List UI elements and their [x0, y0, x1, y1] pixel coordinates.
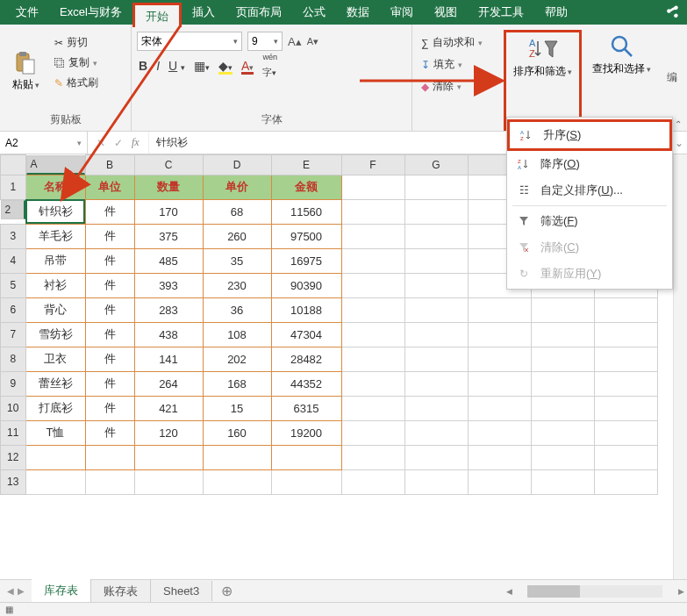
cell[interactable]: [404, 175, 468, 199]
cell[interactable]: [594, 469, 657, 494]
col-header-d[interactable]: D: [203, 155, 271, 175]
font-color-button[interactable]: A▾: [241, 59, 254, 73]
sheet-nav-next[interactable]: ▶: [18, 586, 25, 596]
cell[interactable]: [468, 322, 531, 347]
row-header[interactable]: 13: [1, 469, 26, 494]
cell[interactable]: [341, 420, 404, 445]
increase-font-icon[interactable]: A▴: [288, 35, 302, 48]
fill-color-button[interactable]: ◆▾: [218, 59, 233, 73]
cell[interactable]: [341, 224, 404, 248]
fx-icon[interactable]: fx: [132, 136, 140, 149]
cell[interactable]: [203, 469, 271, 494]
cell[interactable]: 35: [203, 248, 271, 273]
cell[interactable]: [468, 371, 531, 396]
cell[interactable]: [531, 420, 594, 445]
sheet-tab-2[interactable]: Sheet3: [151, 581, 212, 601]
format-painter-button[interactable]: ✎格式刷: [51, 74, 102, 92]
cell[interactable]: [594, 347, 657, 371]
tab-file[interactable]: 文件: [5, 0, 49, 25]
decrease-font-icon[interactable]: A▾: [307, 36, 318, 47]
cell[interactable]: 264: [134, 371, 203, 396]
cell[interactable]: 件: [85, 297, 134, 322]
cut-button[interactable]: ✂剪切: [51, 33, 102, 52]
cell[interactable]: [85, 445, 134, 469]
cell[interactable]: [531, 322, 594, 347]
cell[interactable]: [404, 224, 468, 248]
cell[interactable]: 单价: [203, 175, 271, 199]
sheet-tab-1[interactable]: 账存表: [91, 580, 151, 603]
cell[interactable]: [404, 420, 468, 445]
row-header[interactable]: 12: [1, 445, 26, 469]
phonetic-button[interactable]: wén字▾: [262, 53, 277, 79]
font-name-select[interactable]: 宋体▾: [137, 32, 242, 51]
share-button[interactable]: [657, 0, 687, 25]
cell[interactable]: 393: [134, 273, 203, 297]
menu-sort-asc[interactable]: AZ 升序(S): [507, 119, 672, 151]
row-header[interactable]: 2: [1, 200, 25, 219]
cell[interactable]: 件: [85, 420, 134, 445]
cell[interactable]: [468, 347, 531, 371]
row-header[interactable]: 6: [1, 297, 26, 322]
tab-page-layout[interactable]: 页面布局: [225, 0, 292, 25]
cell[interactable]: [341, 371, 404, 396]
menu-filter[interactable]: 筛选(F): [507, 208, 672, 234]
cell[interactable]: 141: [134, 347, 203, 371]
cell[interactable]: [341, 396, 404, 420]
cell[interactable]: 260: [203, 224, 271, 248]
cell[interactable]: T恤: [25, 420, 85, 445]
menu-sort-desc[interactable]: ZA 降序(O): [507, 151, 672, 177]
cell[interactable]: [404, 371, 468, 396]
cell[interactable]: 10188: [271, 297, 341, 322]
tab-developer[interactable]: 开发工具: [468, 0, 534, 25]
cell[interactable]: 11560: [271, 199, 341, 224]
cell[interactable]: 6315: [271, 396, 341, 420]
cell[interactable]: 108: [203, 322, 271, 347]
cell[interactable]: 421: [134, 396, 203, 420]
underline-button[interactable]: U ▾: [168, 59, 185, 73]
cell[interactable]: [341, 248, 404, 273]
row-header[interactable]: 5: [1, 273, 26, 297]
find-select-button[interactable]: 查找和选择: [585, 30, 658, 131]
copy-button[interactable]: ⿻复制▾: [51, 54, 102, 72]
tab-review[interactable]: 审阅: [380, 0, 424, 25]
sheet-nav-prev[interactable]: ◀: [7, 586, 14, 596]
cell[interactable]: 160: [203, 420, 271, 445]
cell[interactable]: [203, 445, 271, 469]
cell[interactable]: 97500: [271, 224, 341, 248]
cell[interactable]: 19200: [271, 420, 341, 445]
row-header[interactable]: 11: [1, 420, 26, 445]
cell[interactable]: 47304: [271, 322, 341, 347]
cell[interactable]: [468, 420, 531, 445]
cell[interactable]: 打底衫: [25, 396, 85, 420]
cell[interactable]: 16975: [271, 248, 341, 273]
cell[interactable]: 金额: [271, 175, 341, 199]
cell[interactable]: [531, 297, 594, 322]
cell[interactable]: 28482: [271, 347, 341, 371]
enter-icon[interactable]: ✓: [114, 137, 123, 149]
cell[interactable]: 件: [85, 396, 134, 420]
cell[interactable]: 数量: [134, 175, 203, 199]
cell[interactable]: 卫衣: [25, 347, 85, 371]
add-sheet-button[interactable]: ⊕: [212, 583, 241, 599]
cell[interactable]: [531, 396, 594, 420]
cell[interactable]: 202: [203, 347, 271, 371]
cell[interactable]: [594, 371, 657, 396]
cell[interactable]: 438: [134, 322, 203, 347]
cell[interactable]: 44352: [271, 371, 341, 396]
row-header[interactable]: 4: [1, 248, 26, 273]
tab-data[interactable]: 数据: [336, 0, 380, 25]
cell[interactable]: [271, 445, 341, 469]
col-header-e[interactable]: E: [271, 155, 341, 175]
row-header[interactable]: 1: [1, 175, 26, 199]
cell[interactable]: 单位: [85, 175, 134, 199]
cell[interactable]: 375: [134, 224, 203, 248]
cell[interactable]: 90390: [271, 273, 341, 297]
cell[interactable]: [404, 322, 468, 347]
cell[interactable]: [404, 248, 468, 273]
cell[interactable]: 件: [85, 224, 134, 248]
tab-formulas[interactable]: 公式: [292, 0, 336, 25]
cell[interactable]: 168: [203, 371, 271, 396]
cell[interactable]: 170: [134, 199, 203, 224]
cell[interactable]: 230: [203, 273, 271, 297]
cell[interactable]: 件: [85, 273, 134, 297]
